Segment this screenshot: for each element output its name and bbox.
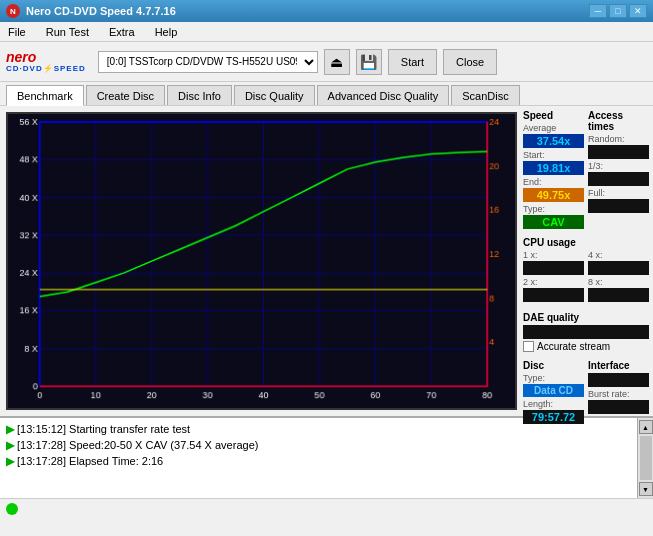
- interface-title: Interface: [588, 360, 649, 371]
- full-label: Full:: [588, 188, 649, 198]
- tab-create-disc[interactable]: Create Disc: [86, 85, 165, 105]
- log-line-0: ▶ [13:15:12] Starting transfer rate test: [6, 421, 631, 437]
- minimize-button[interactable]: ─: [589, 4, 607, 18]
- type-label: Type:: [523, 204, 584, 214]
- disc-interface-section: Disc Type: Data CD Length: 79:57.72 Inte…: [523, 360, 649, 424]
- log-time-2: [13:17:28]: [17, 455, 66, 467]
- cpu-right: . 4 x: 8 x:: [588, 237, 649, 304]
- tab-disc-info[interactable]: Disc Info: [167, 85, 232, 105]
- log-scrollbar: ▲ ▼: [637, 418, 653, 498]
- log-content: ▶ [13:15:12] Starting transfer rate test…: [0, 418, 637, 498]
- maximize-button[interactable]: □: [609, 4, 627, 18]
- window-controls: ─ □ ✕: [589, 4, 647, 18]
- accurate-stream-row: Accurate stream: [523, 341, 649, 352]
- app-icon: N: [6, 4, 20, 18]
- accurate-stream-label: Accurate: [537, 341, 576, 352]
- start-button[interactable]: Start: [388, 49, 437, 75]
- log-text-2: Elapsed Time: 2:16: [69, 455, 163, 467]
- menu-run-test[interactable]: Run Test: [42, 24, 93, 40]
- title-bar: N Nero CD-DVD Speed 4.7.7.16 ─ □ ✕: [0, 0, 653, 22]
- start-label: Start:: [523, 150, 584, 160]
- average-value: 37.54x: [523, 134, 584, 148]
- cpu-8x-label: 8 x:: [588, 277, 649, 287]
- log-area: ▶ [13:15:12] Starting transfer rate test…: [0, 416, 653, 498]
- accurate-stream-label2: stream: [579, 341, 610, 352]
- scroll-down-button[interactable]: ▼: [639, 482, 653, 496]
- main-content: Speed Average 37.54x Start: 19.81x End: …: [0, 106, 653, 416]
- accurate-stream-checkbox[interactable]: [523, 341, 534, 352]
- menu-bar: File Run Test Extra Help: [0, 22, 653, 42]
- dae-title: DAE quality: [523, 312, 649, 323]
- dae-section: DAE quality Accurate stream: [523, 312, 649, 352]
- tab-benchmark[interactable]: Benchmark: [6, 85, 84, 106]
- one-third-label: 1/3:: [588, 161, 649, 171]
- eject-icon-btn[interactable]: ⏏: [324, 49, 350, 75]
- close-toolbar-button[interactable]: Close: [443, 49, 497, 75]
- tab-bar: Benchmark Create Disc Disc Info Disc Qua…: [0, 82, 653, 106]
- cpu-left: CPU usage 1 x: 2 x:: [523, 237, 584, 304]
- cpu-2x-box: [523, 288, 584, 302]
- log-line-1: ▶ [13:17:28] Speed:20-50 X CAV (37.54 X …: [6, 437, 631, 453]
- interface-section: Interface Burst rate:: [588, 360, 649, 424]
- nero-logo-text: nero: [6, 50, 86, 64]
- tab-scandisc[interactable]: ScanDisc: [451, 85, 519, 105]
- save-icon-btn[interactable]: 💾: [356, 49, 382, 75]
- random-value-box: [588, 145, 649, 159]
- close-button[interactable]: ✕: [629, 4, 647, 18]
- speed-section: Speed Average 37.54x Start: 19.81x End: …: [523, 110, 584, 229]
- speed-chart: [8, 114, 515, 408]
- menu-file[interactable]: File: [4, 24, 30, 40]
- end-value: 49.75x: [523, 188, 584, 202]
- end-label: End:: [523, 177, 584, 187]
- cpu-1x-box: [523, 261, 584, 275]
- cpu-title: CPU usage: [523, 237, 584, 248]
- average-label: Average: [523, 123, 584, 133]
- menu-help[interactable]: Help: [151, 24, 182, 40]
- status-bar: [0, 498, 653, 518]
- toolbar: nero CD·DVD⚡SPEED [0:0] TSSTcorp CD/DVDW…: [0, 42, 653, 82]
- log-time-0: [13:15:12]: [17, 423, 66, 435]
- access-times-title: Access times: [588, 110, 649, 132]
- log-text-1: Speed:20-50 X CAV (37.54 X average): [69, 439, 258, 451]
- random-label: Random:: [588, 134, 649, 144]
- graph-area: [6, 112, 517, 410]
- scroll-track: [640, 436, 652, 480]
- tab-disc-quality[interactable]: Disc Quality: [234, 85, 315, 105]
- start-value: 19.81x: [523, 161, 584, 175]
- type-value: CAV: [523, 215, 584, 229]
- nero-logo: nero CD·DVD⚡SPEED: [6, 50, 86, 73]
- interface-value-box: [588, 373, 649, 387]
- cpu-4x-label: 4 x:: [588, 250, 649, 260]
- disc-type-value: Data CD: [523, 384, 584, 397]
- speed-title: Speed: [523, 110, 584, 121]
- right-panel: Speed Average 37.54x Start: 19.81x End: …: [523, 106, 653, 416]
- cpu-1x-label: 1 x:: [523, 250, 584, 260]
- disc-title: Disc: [523, 360, 584, 371]
- one-third-value-box: [588, 172, 649, 186]
- dae-value-box: [523, 325, 649, 339]
- nero-logo-sub: CD·DVD⚡SPEED: [6, 64, 86, 73]
- cpu-8x-box: [588, 288, 649, 302]
- full-value-box: [588, 199, 649, 213]
- log-line-2: ▶ [13:17:28] Elapsed Time: 2:16: [6, 453, 631, 469]
- app-title: Nero CD-DVD Speed 4.7.7.16: [26, 5, 176, 17]
- speed-access-section: Speed Average 37.54x Start: 19.81x End: …: [523, 110, 649, 229]
- disc-length-label: Length:: [523, 399, 584, 409]
- cpu-2x-label: 2 x:: [523, 277, 584, 287]
- access-times-section: Access times Random: 1/3: Full:: [588, 110, 649, 229]
- disc-type-label: Type:: [523, 373, 584, 383]
- scroll-up-button[interactable]: ▲: [639, 420, 653, 434]
- burst-rate-value-box: [588, 400, 649, 414]
- cpu-section: CPU usage 1 x: 2 x: . 4 x: 8 x:: [523, 237, 649, 304]
- disc-section: Disc Type: Data CD Length: 79:57.72: [523, 360, 584, 424]
- status-indicator: [6, 503, 18, 515]
- burst-rate-label: Burst rate:: [588, 389, 649, 399]
- drive-selector[interactable]: [0:0] TSSTcorp CD/DVDW TS-H552U US09: [98, 51, 318, 73]
- tab-advanced-disc-quality[interactable]: Advanced Disc Quality: [317, 85, 450, 105]
- menu-extra[interactable]: Extra: [105, 24, 139, 40]
- log-text-0: Starting transfer rate test: [69, 423, 190, 435]
- log-time-1: [13:17:28]: [17, 439, 66, 451]
- cpu-4x-box: [588, 261, 649, 275]
